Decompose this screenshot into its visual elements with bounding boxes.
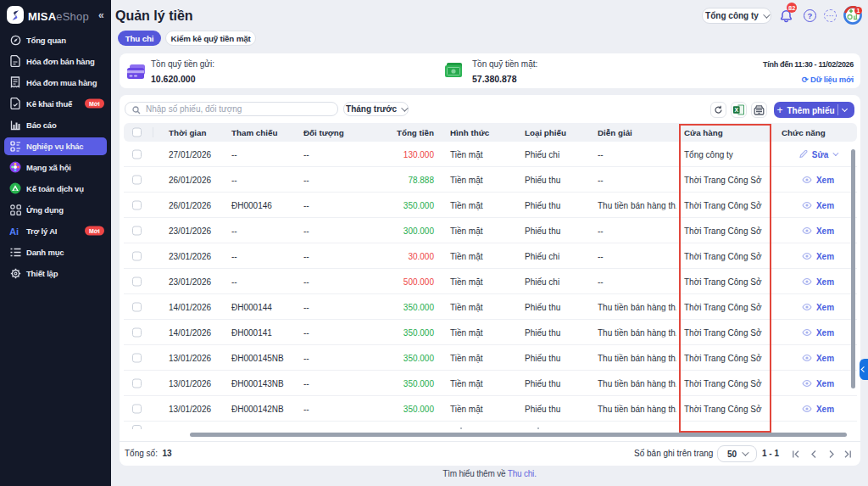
svg-text:Ai: Ai (9, 226, 19, 236)
svg-text:X: X (734, 107, 738, 113)
